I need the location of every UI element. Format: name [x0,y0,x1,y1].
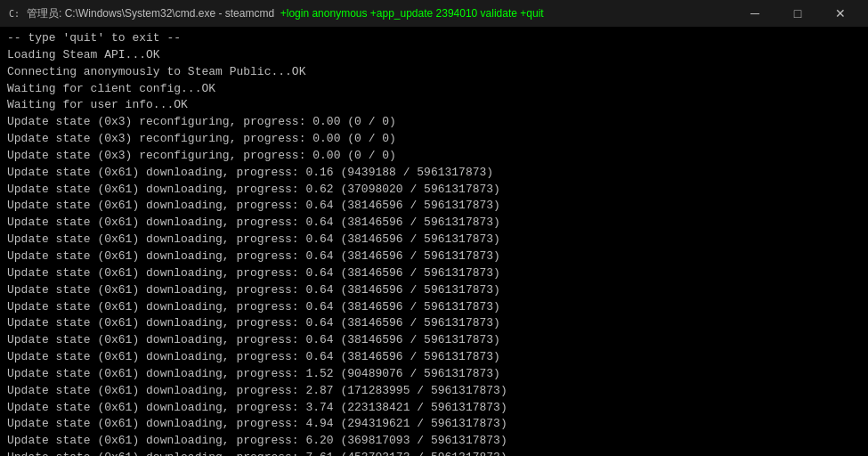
cmd-icon: C: [7,6,21,20]
minimize-button[interactable]: ─ [734,0,775,27]
console-line: Update state (0x61) downloading, progres… [7,215,861,232]
console-line: Update state (0x61) downloading, progres… [7,433,861,450]
console-line: Update state (0x61) downloading, progres… [7,182,861,199]
console-line: Update state (0x61) downloading, progres… [7,248,861,265]
title-bar-title: 管理员: C:\Windows\System32\cmd.exe - steam… [27,6,544,21]
title-bar-controls: ─ □ ✕ [734,0,861,27]
console-line: Loading Steam API...OK [7,47,861,64]
console-output: -- type 'quit' to exit --Loading Steam A… [0,27,868,456]
console-line: Update state (0x61) downloading, progres… [7,232,861,248]
console-line: Update state (0x61) downloading, progres… [7,198,861,215]
console-line: Update state (0x61) downloading, progres… [7,165,861,182]
console-line: Update state (0x3) reconfiguring, progre… [7,131,861,148]
console-line: Update state (0x3) reconfiguring, progre… [7,114,861,131]
console-line: Update state (0x61) downloading, progres… [7,450,861,456]
console-line: Update state (0x61) downloading, progres… [7,315,861,332]
console-line: Update state (0x61) downloading, progres… [7,349,861,366]
close-button[interactable]: ✕ [820,0,861,27]
svg-text:C:: C: [9,9,20,19]
console-line: Update state (0x61) downloading, progres… [7,383,861,400]
console-line: Waiting for client config...OK [7,81,861,98]
console-line: Update state (0x61) downloading, progres… [7,416,861,433]
console-line: Update state (0x61) downloading, progres… [7,366,861,383]
console-line: Update state (0x61) downloading, progres… [7,332,861,349]
console-line: Update state (0x3) reconfiguring, progre… [7,148,861,165]
console-line: Connecting anonymously to Steam Public..… [7,64,861,81]
title-bar-left: C: 管理员: C:\Windows\System32\cmd.exe - st… [7,6,544,21]
console-line: Update state (0x61) downloading, progres… [7,282,861,299]
console-line: Waiting for user info...OK [7,97,861,114]
maximize-button[interactable]: □ [777,0,818,27]
console-line: -- type 'quit' to exit -- [7,30,861,47]
console-line: Update state (0x61) downloading, progres… [7,265,861,282]
console-line: Update state (0x61) downloading, progres… [7,400,861,417]
console-line: Update state (0x61) downloading, progres… [7,299,861,316]
title-bar: C: 管理员: C:\Windows\System32\cmd.exe - st… [0,0,868,27]
